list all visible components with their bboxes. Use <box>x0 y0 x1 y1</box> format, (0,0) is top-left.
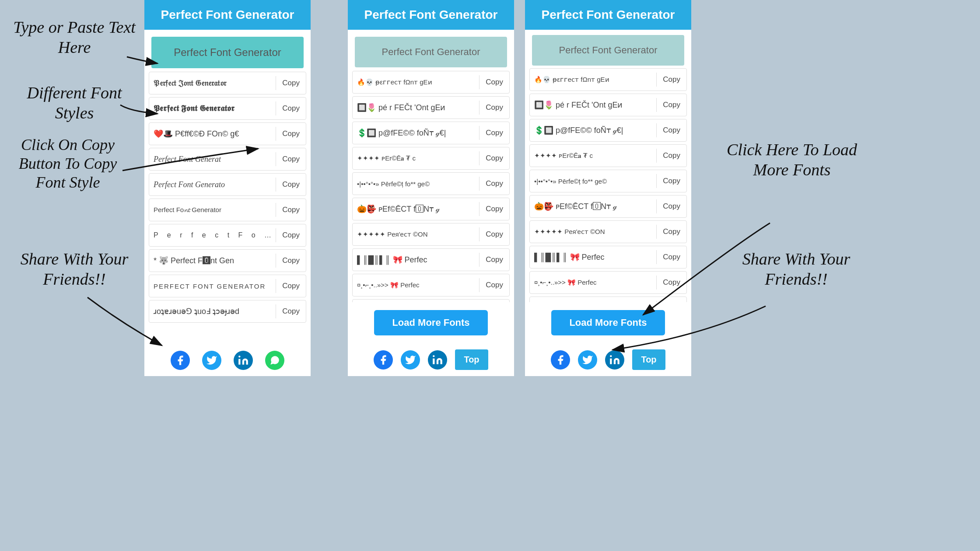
annotation-load-more: Click Here To Load More Fonts <box>726 140 858 180</box>
font-text: 𝔓𝔢𝔯𝔣𝔢𝔠𝔱 𝔍𝔬𝔫𝔱 𝔊𝔢𝔫𝔢𝔯𝔞𝔱𝔬𝔯 <box>149 76 276 91</box>
twitter-share-button-right[interactable] <box>401 350 420 370</box>
copy-button[interactable]: Copy <box>656 276 686 289</box>
copy-button[interactable]: Copy <box>276 178 306 192</box>
font-text: 💲🔲 p@fFE©© foÑᴛ ℊ€| <box>530 123 656 138</box>
font-text: Perfect Fo𝓷𝓽 Generator <box>149 203 276 216</box>
left-font-list: 𝔓𝔢𝔯𝔣𝔢𝔠𝔱 𝔍𝔬𝔫𝔱 𝔊𝔢𝔫𝔢𝔯𝔞𝔱𝔬𝔯 Copy 𝕻𝖊𝖗𝖋𝖊𝖈𝖙 𝕱𝖔𝖓𝖙… <box>144 72 311 343</box>
table-row: 🎃👺 ᴘEf©ĒCT f🄾Nᴛ ℊ Copy <box>529 195 687 218</box>
linkedin-share-button[interactable] <box>234 351 253 370</box>
second-left-panel: Perfect Font Generator Perfect Font Gene… <box>525 0 691 376</box>
copy-button[interactable]: Copy <box>276 101 306 115</box>
table-row: 🔥💀 ᵽεᴦᴦeᴄᴛ fΩnᴛ gEᴎ Copy <box>529 68 687 91</box>
linkedin-share-button-right[interactable] <box>428 350 447 370</box>
second-right-social-bar: Top <box>525 343 691 376</box>
table-row: ✦✦✦✦ ᴘEr©Ē𝐚 ₮ c Copy <box>352 147 510 170</box>
left-phone-panel: Perfect Font Generator Perfect Font Gene… <box>144 0 311 376</box>
load-more-button[interactable]: Load More Fonts <box>374 310 488 335</box>
table-row: 𝕻𝖊𝖗𝖋𝖊𝖈𝖙 𝕱𝖔𝖓𝖙 𝕲𝖊𝖓𝖊𝖗𝖆𝖙𝖔𝖗 Copy <box>149 97 306 120</box>
top-button[interactable]: Top <box>455 349 488 370</box>
copy-button[interactable]: Copy <box>479 202 509 216</box>
table-row: * 🐺 Perfect F🅾nt Gen Copy <box>149 249 306 272</box>
table-row: •|••°•°•» Pērfe©ț fo** ge© Copy <box>352 172 510 195</box>
table-row: 𝔓𝔢𝔯𝔣𝔢𝔠𝔱 𝔍𝔬𝔫𝔱 𝔊𝔢𝔫𝔢𝔯𝔞𝔱𝔬𝔯 Copy <box>149 72 306 94</box>
table-row: Perfect Font Generat Copy <box>149 148 306 171</box>
table-row: ¤¸•⌐¸•..»>> 🎀 Perfec Copy <box>529 271 687 294</box>
copy-button[interactable]: Copy <box>276 76 306 90</box>
second-top-button[interactable]: Top <box>632 349 665 370</box>
left-panel-header: Perfect Font Generator <box>144 0 311 30</box>
copy-button[interactable]: Copy <box>656 123 686 137</box>
font-text: 🔲🌷 pé r FEČt 'Ont gEᴎ <box>353 100 479 115</box>
font-text: 🎃👺 ᴘEf©ĒCT f🄾Nᴛ ℊ <box>530 199 656 214</box>
font-text: ✦✦✦✦✦ Peя'eᴄᴛ ©ON <box>530 225 656 238</box>
table-row: PERFECT FONT GENERATOR Copy <box>149 275 306 297</box>
facebook-share-button[interactable] <box>171 351 190 370</box>
copy-button[interactable]: Copy <box>479 227 509 241</box>
right-font-list: 🔥💀 ᵽεᴦᴦeᴄᴛ fΩnᴛ gEᴎ Copy 🔲🌷 pé r FEČt 'O… <box>348 71 514 302</box>
text-input[interactable]: Perfect Font Generator <box>151 37 304 68</box>
copy-button[interactable]: Copy <box>479 278 509 292</box>
facebook-share-button-right[interactable] <box>374 350 393 370</box>
second-twitter-button[interactable] <box>578 350 597 370</box>
table-row: 🎁·🎀 🎀 Perfect F© Copy <box>529 296 687 302</box>
second-load-more-container: Load More Fonts <box>525 302 691 343</box>
copy-button[interactable]: Copy <box>479 75 509 89</box>
copy-button[interactable]: Copy <box>276 254 306 268</box>
font-text: ¤¸•⌐¸•..»>> 🎀 Perfec <box>530 276 656 289</box>
font-text: 🔥💀 ᵽεᴦᴦeᴄᴛ fΩnᴛ gEᴎ <box>353 76 479 89</box>
right-phone-panel: Perfect Font Generator Perfect Font Gene… <box>348 0 514 376</box>
table-row: ✦✦✦✦ ᴘEr©Ē𝐚 ₮ c Copy <box>529 144 687 167</box>
load-more-container: Load More Fonts <box>348 302 514 343</box>
left-social-bar <box>144 343 311 376</box>
copy-button[interactable]: Copy <box>656 250 686 264</box>
copy-button[interactable]: Copy <box>656 174 686 188</box>
table-row: 🎃👺 ᴘEf©ĒCT f🄾Nᴛ ℊ Copy <box>352 198 510 220</box>
copy-button[interactable]: Copy <box>276 304 306 318</box>
copy-button[interactable]: Copy <box>656 225 686 239</box>
table-row: ɹoʇɐɹǝuǝ⅁ ʇuoℲ ʇɔǝɟɹǝd Copy <box>149 300 306 323</box>
copy-button[interactable]: Copy <box>656 149 686 163</box>
table-row: ¤¸•⌐¸•..»>> 🎀 Perfec Copy <box>352 274 510 296</box>
table-row: ✦✦✦✦✦ Peя'eᴄᴛ ©ON Copy <box>352 223 510 246</box>
second-facebook-button[interactable] <box>551 350 570 370</box>
copy-button[interactable]: Copy <box>656 199 686 213</box>
table-row: 🎁·🎀 🎀 Perfect F© Copy <box>352 299 510 302</box>
second-load-more-button[interactable]: Load More Fonts <box>551 310 665 335</box>
table-row: P e r f e c t F o n t Copy <box>149 224 306 247</box>
table-row: Perfect Fo𝓷𝓽 Generator Copy <box>149 199 306 221</box>
copy-button[interactable]: Copy <box>276 203 306 217</box>
whatsapp-share-button[interactable] <box>265 351 284 370</box>
copy-button[interactable]: Copy <box>276 127 306 141</box>
second-text-input[interactable]: Perfect Font Generator <box>532 35 684 66</box>
copy-button[interactable]: Copy <box>479 101 509 115</box>
table-row: 🔲🌷 pé r FEČt 'Ont gEᴎ Copy <box>352 96 510 119</box>
annotation-share-right: Share With Your Friends!! <box>735 249 858 289</box>
table-row: 💲🔲 p@fFE©© foÑᴛ ℊ€| Copy <box>529 119 687 142</box>
table-row: Perfect Font Generato Copy <box>149 173 306 196</box>
right-panel-header: Perfect Font Generator <box>348 0 514 30</box>
table-row: ✦✦✦✦✦ Peя'eᴄᴛ ©ON Copy <box>529 220 687 243</box>
copy-button[interactable]: Copy <box>276 228 306 242</box>
copy-button[interactable]: Copy <box>276 152 306 166</box>
second-left-header: Perfect Font Generator <box>525 0 691 30</box>
font-text: * 🐺 Perfect F🅾nt Gen <box>149 253 276 268</box>
copy-button[interactable]: Copy <box>276 279 306 293</box>
second-linkedin-button[interactable] <box>605 350 624 370</box>
copy-button[interactable]: Copy <box>656 73 686 87</box>
twitter-share-button[interactable] <box>202 351 221 370</box>
annotation-share-left: Share With Your Friends!! <box>18 249 131 289</box>
font-text: ✦✦✦✦ ᴘEr©Ē𝐚 ₮ c <box>353 152 479 165</box>
copy-button[interactable]: Copy <box>479 253 509 267</box>
copy-button[interactable]: Copy <box>479 151 509 165</box>
table-row: ▌║█║▌║ 🎀 Perfec Copy <box>352 248 510 271</box>
annotation-copy-button: Click On Copy Button To Copy Font Style <box>4 136 131 192</box>
second-left-font-list: 🔥💀 ᵽεᴦᴦeᴄᴛ fΩnᴛ gEᴎ Copy 🔲🌷 pé r FEČt 'O… <box>525 68 691 302</box>
copy-button[interactable]: Copy <box>479 177 509 191</box>
annotation-type-paste: Type or Paste Text Here <box>13 17 136 57</box>
copy-button[interactable]: Copy <box>479 126 509 140</box>
font-text: •|••°•°•» Pērfe©ț fo** ge© <box>530 175 656 188</box>
svg-point-1 <box>433 355 435 357</box>
font-text: •|••°•°•» Pērfe©ț fo** ge© <box>353 178 479 190</box>
right-text-input[interactable]: Perfect Font Generator <box>355 37 507 67</box>
copy-button[interactable]: Copy <box>656 98 686 112</box>
